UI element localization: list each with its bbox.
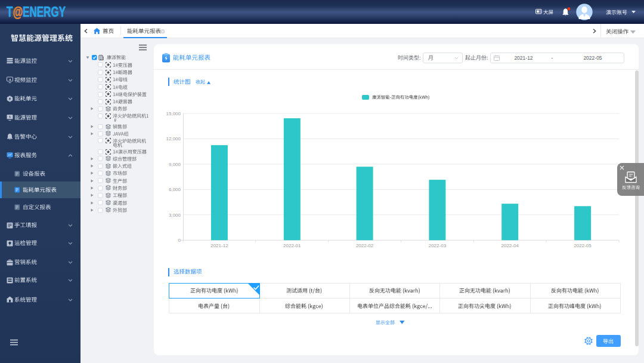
svg-text:12,000: 12,000 xyxy=(166,136,181,141)
svg-text:2022-05: 2022-05 xyxy=(574,243,592,248)
svg-text:0: 0 xyxy=(178,238,181,243)
svg-text:2022-02: 2022-02 xyxy=(356,243,374,248)
svg-text:2021-12: 2021-12 xyxy=(210,243,228,248)
svg-text:2022-04: 2022-04 xyxy=(501,243,519,248)
svg-text:2022-03: 2022-03 xyxy=(429,243,447,248)
svg-text:3,000: 3,000 xyxy=(169,213,181,218)
svg-text:9,000: 9,000 xyxy=(169,162,181,167)
svg-text:2022-01: 2022-01 xyxy=(283,243,301,248)
svg-text:6,000: 6,000 xyxy=(169,187,181,192)
svg-text:15,000: 15,000 xyxy=(166,111,181,116)
